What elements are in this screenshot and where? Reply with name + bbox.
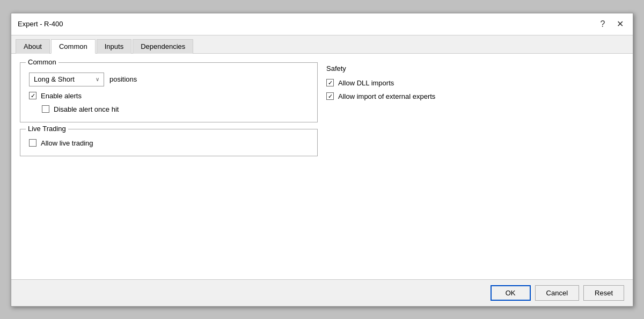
common-group-content: Long & Short ∨ positions Enable alerts D… (29, 73, 309, 113)
common-group: Common Long & Short ∨ positions Enable a… (20, 62, 318, 122)
dropdown-arrow-icon: ∨ (96, 76, 99, 82)
enable-alerts-checkbox[interactable] (29, 92, 36, 99)
live-trading-group: Live Trading Allow live trading (20, 129, 318, 156)
tab-bar: About Common Inputs Dependencies (11, 35, 633, 54)
enable-alerts-row[interactable]: Enable alerts (29, 92, 309, 100)
allow-live-trading-label: Allow live trading (41, 139, 93, 147)
allow-dll-row[interactable]: Allow DLL imports (326, 79, 624, 87)
allow-external-experts-row[interactable]: Allow import of external experts (326, 92, 624, 100)
allow-external-experts-label: Allow import of external experts (338, 92, 435, 100)
tab-dependencies[interactable]: Dependencies (133, 39, 193, 54)
tab-about[interactable]: About (16, 39, 50, 54)
allow-external-experts-checkbox[interactable] (326, 92, 334, 100)
window-title: Expert - R-400 (18, 20, 63, 28)
disable-alert-label: Disable alert once hit (54, 105, 119, 113)
title-bar: Expert - R-400 ? ✕ (11, 13, 633, 35)
allow-live-trading-checkbox[interactable] (29, 139, 36, 147)
allow-dll-label: Allow DLL imports (338, 79, 394, 87)
ok-button[interactable]: OK (491, 285, 531, 301)
right-panel: Safety Allow DLL imports Allow import of… (326, 62, 624, 271)
dropdown-value: Long & Short (34, 75, 75, 83)
dropdown-row: Long & Short ∨ positions (29, 73, 309, 86)
dialog-window: Expert - R-400 ? ✕ About Common Inputs D… (11, 13, 633, 307)
safety-items: Allow DLL imports Allow import of extern… (326, 79, 624, 100)
safety-title: Safety (326, 64, 624, 73)
live-trading-group-content: Allow live trading (29, 139, 309, 147)
close-button[interactable]: ✕ (613, 18, 626, 31)
cancel-button[interactable]: Cancel (535, 285, 579, 301)
tab-inputs[interactable]: Inputs (97, 39, 131, 54)
safety-section: Safety Allow DLL imports Allow import of… (326, 62, 624, 100)
live-trading-group-title: Live Trading (26, 125, 68, 133)
allow-dll-checkbox[interactable] (326, 79, 334, 86)
help-button[interactable]: ? (596, 18, 609, 31)
positions-label: positions (109, 75, 137, 83)
position-dropdown[interactable]: Long & Short ∨ (29, 73, 104, 86)
common-group-title: Common (26, 58, 58, 66)
dialog-body: Common Long & Short ∨ positions Enable a… (11, 54, 633, 279)
dialog-footer: OK Cancel Reset (11, 279, 633, 306)
title-bar-controls: ? ✕ (596, 18, 626, 31)
reset-button[interactable]: Reset (583, 285, 624, 301)
allow-live-trading-row[interactable]: Allow live trading (29, 139, 309, 147)
left-panel: Common Long & Short ∨ positions Enable a… (20, 62, 318, 271)
disable-alert-row[interactable]: Disable alert once hit (42, 105, 309, 113)
disable-alert-checkbox[interactable] (42, 105, 49, 113)
enable-alerts-label: Enable alerts (41, 92, 82, 100)
tab-common[interactable]: Common (51, 39, 96, 54)
